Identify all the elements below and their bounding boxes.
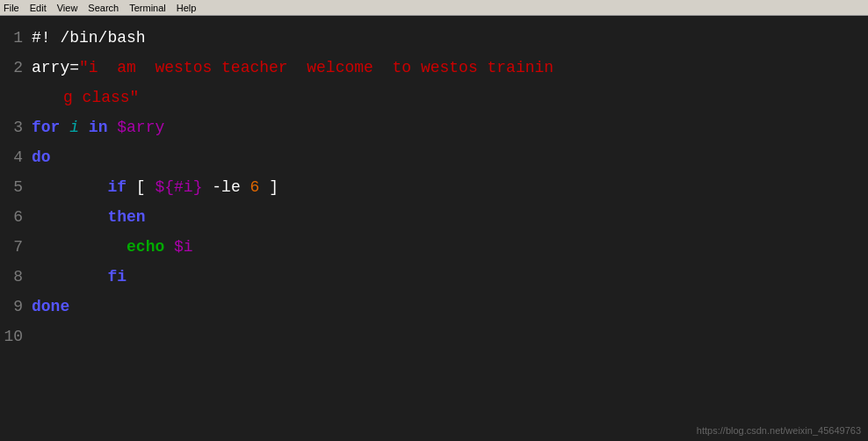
menu-help[interactable]: Help <box>177 3 197 13</box>
line-number-5: 5 <box>0 172 32 202</box>
line-content-2: arry="i am westos teacher welcome to wes… <box>32 53 553 83</box>
line-content-8: fi <box>32 262 868 292</box>
watermark: https://blog.csdn.net/weixin_45649763 <box>697 425 861 436</box>
menu-bar: File Edit View Search Terminal Help <box>0 0 868 16</box>
code-line-3: 3 for i in $arry <box>0 112 868 142</box>
line-content-1: #! /bin/bash <box>32 23 868 53</box>
code-line-10: 10 <box>0 322 868 351</box>
line-number-9: 9 <box>0 292 32 322</box>
line-content-4: do <box>32 142 868 172</box>
menu-terminal[interactable]: Terminal <box>129 3 166 13</box>
editor-area: 1 #! /bin/bash 2 arry="i am westos teach… <box>0 16 868 441</box>
line-number-4: 4 <box>0 142 32 172</box>
code-line-6: 6 then <box>0 202 868 232</box>
line-number-1: 1 <box>0 23 32 53</box>
line-content-9: done <box>32 292 868 322</box>
code-line-9: 9 done <box>0 292 868 322</box>
line-number-3: 3 <box>0 112 32 142</box>
line-number-8: 8 <box>0 262 32 292</box>
line-number-2: 2 <box>0 53 32 83</box>
menu-search[interactable]: Search <box>88 3 119 13</box>
menu-view[interactable]: View <box>57 3 78 13</box>
menu-file[interactable]: File <box>4 3 19 13</box>
code-line-7: 7 echo $i <box>0 232 868 262</box>
line-number-10: 10 <box>0 322 32 351</box>
line-content-7: echo $i <box>32 232 868 262</box>
line-number-6: 6 <box>0 202 32 232</box>
line-content-6: then <box>32 202 868 232</box>
line-content-2-cont: g class" <box>32 83 139 112</box>
line-content-3: for i in $arry <box>32 112 868 142</box>
menu-edit[interactable]: Edit <box>30 3 47 13</box>
code-line-4: 4 do <box>0 142 868 172</box>
code-line-1: 1 #! /bin/bash <box>0 23 868 53</box>
line-content-5: if [ ${#i} -le 6 ] <box>32 172 868 202</box>
line-number-7: 7 <box>0 232 32 262</box>
code-line-2: 2 arry="i am westos teacher welcome to w… <box>0 53 868 112</box>
code-line-5: 5 if [ ${#i} -le 6 ] <box>0 172 868 202</box>
code-line-8: 8 fi <box>0 262 868 292</box>
